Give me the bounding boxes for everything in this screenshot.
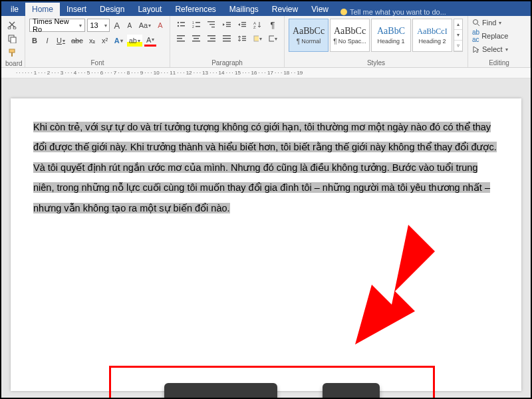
style-heading-1[interactable]: AaBbC Heading 1 <box>371 19 411 52</box>
tab-mailings[interactable]: Mailings <box>223 3 265 16</box>
sort-button[interactable]: AZ <box>251 19 264 31</box>
document-area: Khi còn trẻ, với sự tự do và trí tưởng t… <box>1 78 531 398</box>
svg-rect-37 <box>242 36 246 37</box>
style-label: No Spac... <box>338 38 366 45</box>
svg-rect-5 <box>11 53 13 57</box>
svg-rect-26 <box>177 38 182 39</box>
tab-layout[interactable]: Layout <box>131 3 168 16</box>
group-clipboard: board <box>1 16 25 67</box>
font-color-button[interactable]: A▾ <box>144 35 156 47</box>
svg-rect-38 <box>242 38 246 39</box>
borders-button[interactable]: ▾ <box>266 33 279 45</box>
font-name-combo[interactable]: Times New Ro▾ <box>29 19 85 32</box>
highlight-label: ab <box>129 37 137 45</box>
keyboard-shortcut-callout: Ctrl + A <box>109 366 435 398</box>
tab-review[interactable]: Review <box>265 3 305 16</box>
tab-view[interactable]: View <box>305 3 335 16</box>
highlight-button[interactable]: ab▾ <box>127 35 142 47</box>
group-label-paragraph: Paragraph <box>174 58 280 66</box>
increase-indent-button[interactable] <box>235 19 249 31</box>
document-page[interactable]: Khi còn trẻ, với sự tự do và trí tưởng t… <box>11 98 521 391</box>
tab-file[interactable]: ile <box>4 3 25 16</box>
style-heading-2[interactable]: AaBbCcI Heading 2 <box>412 19 452 52</box>
shading-button[interactable]: ▾ <box>251 33 264 45</box>
svg-rect-41 <box>269 36 274 41</box>
line-spacing-button[interactable] <box>235 33 249 45</box>
chevron-up-icon[interactable]: ▴ <box>454 19 462 30</box>
svg-rect-7 <box>180 22 185 23</box>
styles-expand-icon[interactable]: ▿ <box>454 41 462 51</box>
group-font: Times New Ro▾ 13▾ A A Aa▾ A B I U▾ abc x… <box>25 16 170 67</box>
group-styles: AaBbCc ¶Normal AaBbCc ¶No Spac... AaBbC … <box>285 16 468 67</box>
tab-insert[interactable]: Insert <box>60 3 93 16</box>
grow-font-button[interactable]: A <box>112 19 122 31</box>
font-size-combo[interactable]: 13▾ <box>87 19 109 32</box>
horizontal-ruler[interactable]: · · · · · · 1 · · · 2 · · · 3 · · · 4 · … <box>1 68 531 78</box>
svg-rect-28 <box>192 35 200 37</box>
underline-button[interactable]: U▾ <box>55 35 67 47</box>
cut-button[interactable] <box>5 19 19 31</box>
align-right-button[interactable] <box>205 33 218 45</box>
svg-rect-17 <box>226 22 231 23</box>
svg-rect-29 <box>194 38 199 39</box>
find-button[interactable]: Find▾ <box>472 19 526 27</box>
svg-point-42 <box>473 20 478 25</box>
text-effects-button[interactable]: A▾ <box>112 35 125 47</box>
document-paragraph[interactable]: Khi còn trẻ, với sự tự do và trí tưởng t… <box>33 117 499 218</box>
replace-label: Replace <box>481 32 508 40</box>
style-no-spacing[interactable]: AaBbCc ¶No Spac... <box>330 19 370 52</box>
chevron-down-icon: ▾ <box>79 23 82 29</box>
strike-button[interactable]: abc <box>69 35 85 47</box>
group-editing: Find▾ abac Replace Select▾ Editing <box>468 16 531 67</box>
chevron-down-icon: ▾ <box>104 23 107 29</box>
style-preview: AaBbCc <box>293 26 325 37</box>
font-name-value: Times New Ro <box>33 17 78 33</box>
style-preview: AaBbC <box>377 26 405 37</box>
multilevel-button[interactable] <box>205 19 218 31</box>
decrease-indent-button[interactable] <box>220 19 233 31</box>
tab-home[interactable]: Home <box>25 3 60 16</box>
tab-design[interactable]: Design <box>93 3 131 16</box>
numbering-button[interactable]: 12 <box>190 19 203 31</box>
bullets-button[interactable] <box>174 19 188 31</box>
format-painter-button[interactable] <box>5 47 19 59</box>
align-center-button[interactable] <box>190 33 203 45</box>
replace-button[interactable]: abac Replace <box>472 29 526 43</box>
chevron-down-icon[interactable]: ▾ <box>454 30 462 41</box>
clear-format-button[interactable]: A <box>155 19 166 31</box>
ribbon: board Times New Ro▾ 13▾ A A Aa▾ A B I U▾… <box>1 16 531 68</box>
style-label: Heading 1 <box>377 38 404 45</box>
replace-icon: abac <box>472 29 479 43</box>
key-a: A <box>323 383 380 398</box>
svg-rect-18 <box>226 24 231 25</box>
svg-rect-33 <box>207 41 215 42</box>
selected-text[interactable]: Khi còn trẻ, với sự tự do và trí tưởng t… <box>33 122 497 213</box>
group-label-font: Font <box>29 58 166 66</box>
align-left-button[interactable] <box>174 33 188 45</box>
subscript-button[interactable]: x₂ <box>87 35 98 47</box>
select-button[interactable]: Select▾ <box>472 45 526 53</box>
shrink-font-button[interactable]: A <box>124 19 135 31</box>
styles-scroll[interactable]: ▴ ▾ ▿ <box>454 19 463 52</box>
ribbon-tabs: ile Home Insert Design Layout References… <box>1 1 531 16</box>
change-case-button[interactable]: Aa▾ <box>137 19 153 31</box>
svg-marker-43 <box>355 225 435 344</box>
svg-rect-36 <box>223 41 231 42</box>
plus-sign: + <box>292 396 307 398</box>
show-marks-button[interactable]: ¶ <box>266 19 279 31</box>
search-icon <box>472 19 480 27</box>
svg-rect-11 <box>196 22 200 23</box>
justify-button[interactable] <box>220 33 233 45</box>
svg-rect-39 <box>242 40 246 41</box>
svg-point-6 <box>178 22 179 23</box>
tab-references[interactable]: References <box>168 3 222 16</box>
copy-button[interactable] <box>5 33 19 45</box>
paragraph-mark-icon: ¶ <box>297 38 300 45</box>
style-normal[interactable]: AaBbCc ¶Normal <box>289 19 329 52</box>
tell-me-search[interactable]: Tell me what you want to do... <box>340 8 446 16</box>
bold-button[interactable]: B <box>29 35 40 47</box>
superscript-button[interactable]: x² <box>100 35 110 47</box>
italic-button[interactable]: I <box>42 35 53 47</box>
lightbulb-icon <box>340 9 347 15</box>
svg-rect-15 <box>209 24 215 25</box>
